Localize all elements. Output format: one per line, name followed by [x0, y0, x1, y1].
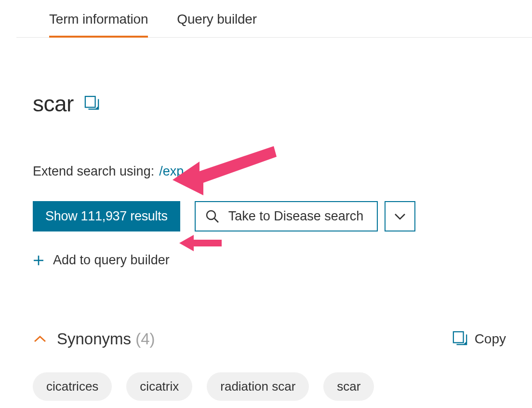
copy-term-icon[interactable]: [84, 96, 100, 111]
actions-row: Show 111,937 results Take to Disease sea…: [33, 201, 506, 231]
copy-synonyms-button[interactable]: Copy: [452, 331, 506, 347]
extend-search-label: Extend search using:: [33, 164, 154, 179]
synonym-chip[interactable]: cicatrices: [33, 372, 112, 401]
svg-rect-0: [85, 96, 95, 108]
add-to-query-builder-button[interactable]: Add to query builder: [33, 253, 170, 268]
synonym-chip[interactable]: scar: [323, 372, 374, 401]
chevron-down-icon: [394, 212, 406, 221]
chevron-up-icon[interactable]: [33, 334, 47, 344]
svg-rect-5: [453, 331, 464, 342]
synonyms-header-left: Synonyms (4): [33, 330, 155, 348]
extend-search-link-text: /exp: [159, 164, 184, 179]
term-row: scar: [33, 91, 506, 117]
synonym-chip[interactable]: cicatrix: [126, 372, 192, 401]
tab-query-builder[interactable]: Query builder: [177, 12, 256, 37]
secondary-button-group: Take to Disease search: [195, 201, 416, 231]
synonyms-title: Synonyms (4): [57, 330, 155, 348]
extend-search-row: Extend search using: /exp: [33, 164, 506, 179]
tab-term-information[interactable]: Term information: [49, 12, 148, 38]
synonyms-count: (4): [135, 330, 155, 348]
tabs-bar: Term information Query builder: [16, 0, 532, 38]
take-to-disease-label: Take to Disease search: [228, 209, 364, 224]
svg-line-2: [214, 218, 218, 222]
copy-label: Copy: [475, 331, 506, 347]
chevron-down-icon: [186, 168, 198, 176]
svg-point-1: [207, 211, 215, 219]
plus-icon: [33, 255, 44, 266]
search-icon: [205, 209, 220, 224]
take-to-disease-search-button[interactable]: Take to Disease search: [195, 201, 378, 231]
term-title: scar: [33, 91, 74, 117]
synonyms-header: Synonyms (4) Copy: [33, 330, 506, 348]
copy-icon: [452, 331, 468, 347]
synonyms-title-text: Synonyms: [57, 330, 131, 348]
extend-search-link[interactable]: /exp: [159, 164, 198, 179]
more-actions-button[interactable]: [385, 201, 415, 231]
synonym-chip[interactable]: radiation scar: [207, 372, 309, 401]
content-area: scar Extend search using: /exp Show 111,…: [0, 38, 506, 401]
add-to-query-builder-label: Add to query builder: [53, 253, 170, 268]
synonym-chips: cicatrices cicatrix radiation scar scar: [33, 372, 506, 401]
show-results-button[interactable]: Show 111,937 results: [33, 201, 180, 231]
